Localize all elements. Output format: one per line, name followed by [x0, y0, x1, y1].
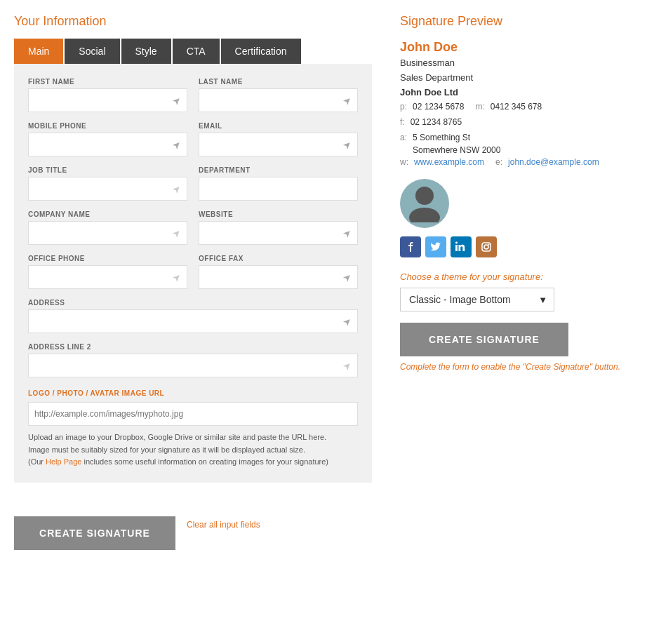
tab-main[interactable]: Main — [14, 39, 63, 64]
form-hint: Complete the form to enable the "Create … — [400, 362, 633, 372]
tab-social[interactable]: Social — [65, 39, 119, 64]
office-phone-label: OFFICE PHONE — [28, 255, 187, 262]
group-address: ADDRESS ➤ — [28, 299, 358, 333]
upload-instructions: Upload an image to your Dropbox, Google … — [28, 431, 358, 469]
social-icons-row — [400, 236, 633, 257]
upload-text-3-pre: (Our — [28, 457, 46, 466]
office-fax-input[interactable] — [205, 272, 343, 283]
upload-text-3-post: includes some useful information on crea… — [81, 457, 328, 466]
group-company: COMPANY NAME ➤ — [28, 210, 187, 245]
company-wrapper: ➤ — [28, 221, 187, 245]
form-panel: FIRST NAME ➤ LAST NAME ➤ MOB — [14, 64, 372, 483]
first-name-label: FIRST NAME — [28, 78, 187, 86]
sig-address-row: a: 5 Something St — [400, 130, 633, 146]
tab-style[interactable]: Style — [121, 39, 171, 64]
group-office-fax: OFFICE FAX ➤ — [199, 255, 358, 289]
tab-certification[interactable]: Certification — [221, 39, 301, 64]
theme-select-wrapper: Classic - Image Bottom ▼ — [400, 288, 554, 311]
avatar-icon — [407, 184, 442, 222]
row-address2: ADDRESS LINE 2 ➤ — [28, 343, 358, 377]
svg-point-3 — [484, 245, 488, 249]
sig-phone-row: p: 02 1234 5678 m: 0412 345 678 — [400, 100, 633, 115]
sig-email-value[interactable]: john.doe@example.com — [508, 155, 599, 170]
sig-mobile-value: 0412 345 678 — [491, 100, 542, 115]
address-label: ADDRESS — [28, 299, 358, 307]
department-label: DEPARTMENT — [199, 166, 358, 174]
department-input[interactable] — [205, 184, 352, 194]
group-mobile: MOBILE PHONE ➤ — [28, 122, 187, 156]
last-name-input[interactable] — [205, 95, 343, 106]
upload-text-1: Upload an image to your Dropbox, Google … — [28, 433, 326, 441]
address2-label: ADDRESS LINE 2 — [28, 343, 358, 351]
website-input[interactable] — [205, 228, 343, 239]
first-name-input[interactable] — [34, 95, 173, 106]
sig-address-value: 5 Something St — [413, 130, 470, 146]
row-mobile-email: MOBILE PHONE ➤ EMAIL ➤ — [28, 122, 358, 156]
sig-fax-value: 02 1234 8765 — [411, 115, 462, 130]
address2-input[interactable] — [34, 361, 343, 371]
sig-fax-row: f: 02 1234 8765 — [400, 115, 633, 130]
address-wrapper: ➤ — [28, 309, 358, 333]
website-label: WEBSITE — [199, 210, 358, 218]
address-input[interactable] — [34, 316, 343, 327]
sig-phone-value: 02 1234 5678 — [413, 100, 464, 115]
row-address: ADDRESS ➤ — [28, 299, 358, 333]
facebook-icon[interactable] — [400, 236, 421, 257]
mobile-input[interactable] — [34, 140, 173, 150]
preview-title: Signature Preview — [400, 14, 633, 29]
create-signature-button-main[interactable]: CREATE SIGNATURE — [400, 323, 568, 356]
group-last-name: LAST NAME ➤ — [199, 78, 358, 112]
theme-chooser: Choose a theme for your signature: Class… — [400, 271, 633, 311]
sig-email-label: e: — [495, 155, 502, 170]
create-signature-button-bottom[interactable]: CREATE SIGNATURE — [14, 516, 175, 550]
mobile-label: MOBILE PHONE — [28, 122, 187, 130]
sig-phone-label: p: — [400, 100, 407, 115]
row-name: FIRST NAME ➤ LAST NAME ➤ — [28, 78, 358, 112]
group-job-title: JOB TITLE ➤ — [28, 166, 187, 201]
svg-point-1 — [409, 208, 440, 222]
sig-name: John Doe — [400, 40, 633, 55]
signature-preview: John Doe Businessman Sales Department Jo… — [400, 40, 633, 372]
theme-label: Choose a theme for your signature: — [400, 271, 633, 282]
group-address2: ADDRESS LINE 2 ➤ — [28, 343, 358, 377]
sig-website-value[interactable]: www.example.com — [414, 155, 484, 170]
mobile-wrapper: ➤ — [28, 133, 187, 156]
help-page-link[interactable]: Help Page — [46, 457, 81, 466]
tab-cta[interactable]: CTA — [173, 39, 220, 64]
sig-department: Sales Department — [400, 71, 633, 86]
last-name-label: LAST NAME — [199, 78, 358, 86]
logo-label: LOGO / PHOTO / AVATAR IMAGE URL — [28, 389, 164, 397]
office-phone-input[interactable] — [34, 272, 173, 283]
instagram-icon[interactable] — [476, 236, 497, 257]
svg-point-0 — [415, 187, 434, 205]
row-office: OFFICE PHONE ➤ OFFICE FAX ➤ — [28, 255, 358, 289]
svg-point-4 — [488, 243, 490, 245]
department-wrapper — [199, 177, 358, 201]
email-label: EMAIL — [199, 122, 358, 130]
job-title-label: JOB TITLE — [28, 166, 187, 174]
group-office-phone: OFFICE PHONE ➤ — [28, 255, 187, 289]
email-input[interactable] — [205, 140, 343, 150]
avatar-container — [400, 179, 633, 228]
twitter-icon[interactable] — [425, 236, 446, 257]
company-label: COMPANY NAME — [28, 210, 187, 218]
left-title: Your Information — [14, 14, 372, 29]
sig-address-city: Somewhere NSW 2000 — [413, 145, 633, 155]
logo-section: LOGO / PHOTO / AVATAR IMAGE URL Upload a… — [28, 387, 358, 469]
tabs-bar: Main Social Style CTA Certification — [14, 39, 372, 64]
first-name-wrapper: ➤ — [28, 88, 187, 112]
office-phone-wrapper: ➤ — [28, 265, 187, 289]
sig-company: John Doe Ltd — [400, 86, 633, 100]
theme-select[interactable]: Classic - Image Bottom — [400, 288, 554, 311]
group-email: EMAIL ➤ — [199, 122, 358, 156]
logo-input[interactable] — [34, 409, 352, 419]
sig-address-label: a: — [400, 130, 407, 146]
linkedin-icon[interactable] — [451, 236, 472, 257]
upload-text-2: Image must be suitably sized for your si… — [28, 445, 305, 454]
last-name-wrapper: ➤ — [199, 88, 358, 112]
clear-fields-link[interactable]: Clear all input fields — [187, 520, 260, 530]
sig-web-email-row: w: www.example.com e: john.doe@example.c… — [400, 155, 633, 170]
office-fax-label: OFFICE FAX — [199, 255, 358, 262]
job-title-input[interactable] — [34, 184, 173, 194]
company-input[interactable] — [34, 228, 173, 239]
